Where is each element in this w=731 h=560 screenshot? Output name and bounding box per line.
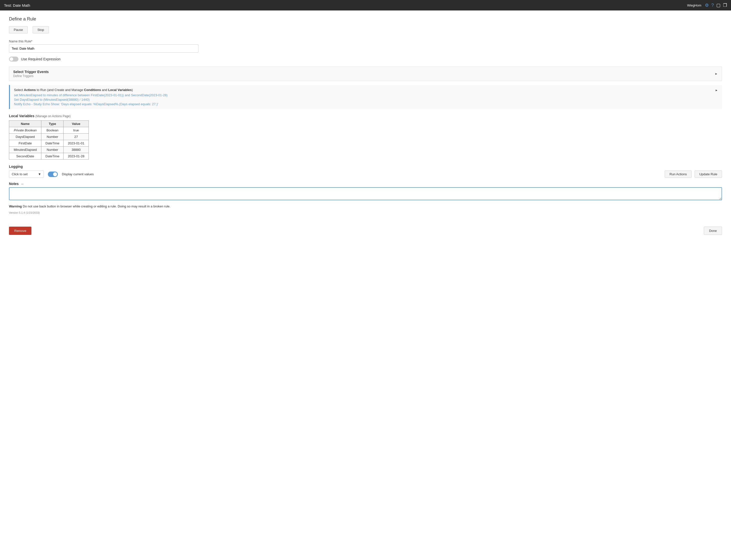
var-type: Number	[41, 147, 64, 153]
table-row: SecondDateDateTime2023-01-28	[9, 153, 89, 160]
main-content: Define a Rule Pause Stop Name this Rule*…	[0, 10, 731, 243]
logging-select-value: Click to set	[12, 172, 28, 176]
required-expression-label: Use Required Expression	[21, 57, 61, 61]
var-name: FirstDate	[9, 140, 41, 147]
trigger-title: Select Trigger Events	[13, 70, 49, 74]
table-row: MinutesElapsedNumber38880	[9, 147, 89, 153]
display-values-label: Display current values	[62, 172, 94, 176]
footer: Remove Done	[9, 224, 722, 237]
var-type: DateTime	[41, 140, 64, 147]
logging-section: Logging Click to set ▼ Display current v…	[9, 165, 722, 178]
expand-icon[interactable]: ❐	[723, 2, 727, 8]
app-header: Test: Date Math WiegHom ⚙ ? ▢ ❐	[0, 0, 731, 10]
vars-col-type: Type	[41, 121, 64, 127]
var-type: DateTime	[41, 153, 64, 160]
update-rule-button[interactable]: Update Rule	[695, 171, 722, 178]
rule-name-label: Name this Rule*	[9, 39, 722, 43]
app-title: Test: Date Math	[4, 3, 30, 7]
help-icon[interactable]: ?	[711, 3, 714, 8]
stop-button[interactable]: Stop	[33, 26, 49, 33]
local-variables-section: Local Variables (Manage on Actions Page)…	[9, 114, 722, 160]
vars-table: Name Type Value Private BooleanBooleantr…	[9, 120, 89, 160]
notes-row: Notes ↔	[9, 182, 722, 186]
rule-name-input[interactable]	[9, 44, 198, 53]
var-value: 2023-01-28	[64, 153, 89, 160]
control-row: Pause Stop	[9, 26, 722, 33]
pause-button[interactable]: Pause	[9, 26, 28, 33]
done-button[interactable]: Done	[704, 227, 722, 235]
actions-arrow-icon: ►	[715, 89, 718, 92]
logging-row: Click to set ▼ Display current values Ru…	[9, 171, 722, 178]
actions-box: Select Actions to Run (and Create and Ma…	[9, 85, 722, 109]
actions-line-1[interactable]: set MinutesElapsed to minutes of differe…	[14, 93, 713, 97]
actions-bold-actions: Actions	[24, 88, 36, 92]
notes-label: Notes	[9, 182, 19, 186]
warning-text: Warning Do not use back button in browse…	[9, 204, 722, 208]
notes-textarea[interactable]	[9, 187, 722, 200]
local-vars-sub: (Manage on Actions Page)	[35, 114, 71, 118]
var-name: Private Boolean	[9, 127, 41, 134]
trigger-arrow-icon: ►	[715, 72, 718, 76]
trigger-sub: Define Triggers	[13, 74, 49, 78]
vars-col-value: Value	[64, 121, 89, 127]
var-name: DaysElapsed	[9, 134, 41, 140]
logging-label: Logging	[9, 165, 722, 169]
gear-icon[interactable]: ⚙	[705, 2, 709, 8]
actions-line-2[interactable]: Set DaysElapsed to (MinutesElapsed(38880…	[14, 98, 713, 101]
display-values-toggle[interactable]	[48, 172, 58, 177]
rule-name-group: Name this Rule*	[9, 39, 722, 53]
version-text: Version 5.1.4 (1/15/2033)	[9, 211, 722, 214]
notes-arrows-icon: ↔	[21, 182, 24, 186]
run-actions-button[interactable]: Run Actions	[665, 171, 691, 178]
toggle-blue-knob	[53, 172, 57, 176]
var-value: true	[64, 127, 89, 134]
header-icons: ⚙ ? ▢ ❐	[705, 2, 727, 8]
table-row: FirstDateDateTime2023-01-01	[9, 140, 89, 147]
trigger-events-box[interactable]: Select Trigger Events Define Triggers ►	[9, 67, 722, 81]
actions-bold-conditions: Conditions	[84, 88, 101, 92]
table-row: Private BooleanBooleantrue	[9, 127, 89, 134]
vars-col-name: Name	[9, 121, 41, 127]
var-value: 38880	[64, 147, 89, 153]
var-value: 27	[64, 134, 89, 140]
window-icon[interactable]: ▢	[716, 2, 721, 8]
actions-content: Select Actions to Run (and Create and Ma…	[14, 88, 713, 106]
header-right: WiegHom ⚙ ? ▢ ❐	[687, 2, 727, 8]
warning-body: Do not use back button in browser while …	[22, 204, 171, 208]
actions-intro: Select Actions to Run (and Create and Ma…	[14, 88, 713, 92]
trigger-box-left: Select Trigger Events Define Triggers	[13, 70, 49, 78]
section-title: Define a Rule	[9, 16, 722, 22]
var-name: MinutesElapsed	[9, 147, 41, 153]
var-type: Boolean	[41, 127, 64, 134]
required-expression-toggle[interactable]	[9, 57, 18, 62]
logging-select-arrow-icon: ▼	[38, 172, 41, 176]
logging-select[interactable]: Click to set ▼	[9, 171, 44, 178]
var-name: SecondDate	[9, 153, 41, 160]
actions-line-3[interactable]: Notify Echo - Study Echo Show: 'Days ela…	[14, 102, 713, 106]
table-row: DaysElapsedNumber27	[9, 134, 89, 140]
required-expression-toggle-row: Use Required Expression	[9, 57, 722, 62]
var-value: 2023-01-01	[64, 140, 89, 147]
local-vars-title: Local Variables (Manage on Actions Page)	[9, 114, 722, 118]
actions-bold-localvars: Local Variables	[108, 88, 132, 92]
notes-section: Notes ↔	[9, 182, 722, 201]
remove-button[interactable]: Remove	[9, 227, 31, 235]
warning-bold: Warning	[9, 204, 22, 208]
header-user: WiegHom	[687, 3, 701, 7]
var-type: Number	[41, 134, 64, 140]
